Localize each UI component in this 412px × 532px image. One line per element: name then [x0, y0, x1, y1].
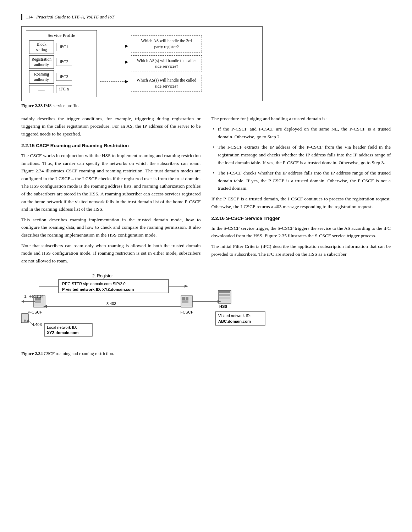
figure-34-caption-label: Figure 2.34 [21, 351, 43, 356]
intro-right: The procedure for judging and handling a… [212, 115, 391, 123]
svg-rect-18 [219, 294, 230, 296]
svg-text:XYZ.domain.com: XYZ.domain.com [47, 331, 78, 335]
figure-33-caption-label: Figure 2.33 [21, 103, 43, 108]
bullet-list: If the P-CSCF and I-CSCF are deployed on… [212, 125, 391, 192]
bullet-2: The I-CSCF extracts the IP address of th… [212, 143, 391, 166]
para-2215-1: The CSCF works in conjunction with the H… [21, 152, 201, 213]
svg-text:ABC.domain.com: ABC.domain.com [218, 319, 251, 323]
sp-ifc-3: iFC3 [56, 73, 72, 81]
book-title: Practical Guide to LTE-A, VoLTE and IoT [36, 14, 114, 20]
svg-text:1. Register: 1. Register [24, 294, 43, 298]
sp-label-reg: Registrationauthority [29, 55, 54, 69]
diagram-33: Service Profile Blocksetting iFC1 Regist… [21, 26, 263, 101]
sp-ifc-n: iFC n [56, 85, 72, 93]
two-col-body: mainly describes the trigger conditions,… [21, 115, 391, 268]
sp-dots: ....... [29, 85, 54, 93]
svg-marker-5 [185, 285, 188, 288]
svg-rect-13 [186, 297, 188, 300]
svg-rect-9 [35, 300, 41, 303]
question-3: Which AS(s) will handle the calledside s… [131, 75, 202, 92]
svg-rect-17 [219, 291, 230, 293]
register-label: 2. Register [92, 273, 113, 278]
question-2: Which AS(s) will handle the callerside s… [131, 55, 202, 72]
figure-34-diagram: 2. Register REGISTER sip: domain.com SIP… [21, 271, 270, 349]
sp-title: Service Profile [29, 33, 94, 38]
figure-34-wrapper: 2. Register REGISTER sip: domain.com SIP… [21, 271, 391, 356]
section-2216-heading: 2.2.16 S-CSCF Service Trigger [212, 215, 391, 222]
bullet-3: The I-CSCF checks whether the IP address… [212, 169, 391, 192]
para-2215-2: This section describes roaming implement… [21, 216, 201, 239]
figure-34-caption-text: CSCF roaming and roaming restriction. [44, 351, 114, 356]
figure-33-container: Service Profile Blocksetting iFC1 Regist… [21, 26, 391, 109]
sp-row-2: Registrationauthority iFC2 [29, 55, 94, 69]
svg-text:3.403: 3.403 [106, 301, 116, 306]
svg-marker-31 [21, 300, 24, 303]
svg-text:HSS: HSS [219, 304, 227, 309]
sp-ifc-2: iFC2 [56, 58, 72, 66]
col-left: mainly describes the trigger conditions,… [21, 115, 201, 268]
figure-33-caption: Figure 2.33 IMS service profile. [21, 103, 79, 109]
service-profile-box: Service Profile Blocksetting iFC1 Regist… [26, 30, 97, 97]
figure-34-svg: 2. Register REGISTER sip: domain.com SIP… [21, 271, 270, 349]
sp-ifc-1: iFC1 [56, 43, 72, 51]
figure-34-caption: Figure 2.34 CSCF roaming and roaming res… [21, 351, 114, 356]
svg-text:P-CSCF: P-CSCF [28, 310, 42, 314]
intro-left: mainly describes the trigger conditions,… [21, 115, 201, 138]
svg-rect-12 [182, 297, 185, 300]
para-2216-2: The initial Filter Criteria (iFC) descri… [212, 243, 391, 258]
svg-text:P-visited-network-ID: XYZ.doma: P-visited-network-ID: XYZ.domain.com [62, 287, 134, 292]
page-number: 114 [26, 14, 33, 20]
svg-rect-14 [182, 300, 188, 303]
sp-label-block: Blocksetting [29, 40, 54, 54]
bullet-1: If the P-CSCF and I-CSCF are deployed on… [212, 125, 391, 140]
para-2216-1: In the S-CSCF service trigger, the S-CSC… [212, 225, 391, 240]
question-1: Which AS will handle the 3rdparty regist… [131, 35, 202, 52]
sp-row-3: Roamingauthority iFC3 [29, 70, 94, 84]
svg-text:Local network ID:: Local network ID: [47, 325, 77, 329]
svg-rect-19 [219, 297, 230, 299]
svg-point-33 [24, 320, 26, 322]
page-header: 114 Practical Guide to LTE-A, VoLTE and … [21, 14, 391, 20]
col-right: The procedure for judging and handling a… [212, 115, 391, 268]
svg-text:REGISTER sip: domain.com SIP/2: REGISTER sip: domain.com SIP/2.0 [62, 282, 126, 286]
sp-label-roam: Roamingauthority [29, 70, 54, 84]
svg-text:Visited network ID:: Visited network ID: [218, 314, 251, 318]
questions-col: Which AS will handle the 3rdparty regist… [131, 35, 202, 92]
sp-row-1: Blocksetting iFC1 [29, 40, 94, 54]
page: 114 Practical Guide to LTE-A, VoLTE and … [0, 0, 412, 532]
figure-33-caption-text: IMS service profile. [44, 103, 79, 108]
svg-text:4.403: 4.403 [32, 322, 42, 327]
closing-para: If the P-CSCF is a trusted domain, the I… [212, 195, 391, 210]
svg-text:I-CSCF: I-CSCF [180, 310, 193, 314]
sp-row-4: ....... iFC n [29, 85, 94, 93]
para-2215-3: Note that subscribers can roam only when… [21, 242, 201, 265]
section-2215-heading: 2.2.15 CSCF Roaming and Roaming Restrict… [21, 142, 201, 150]
